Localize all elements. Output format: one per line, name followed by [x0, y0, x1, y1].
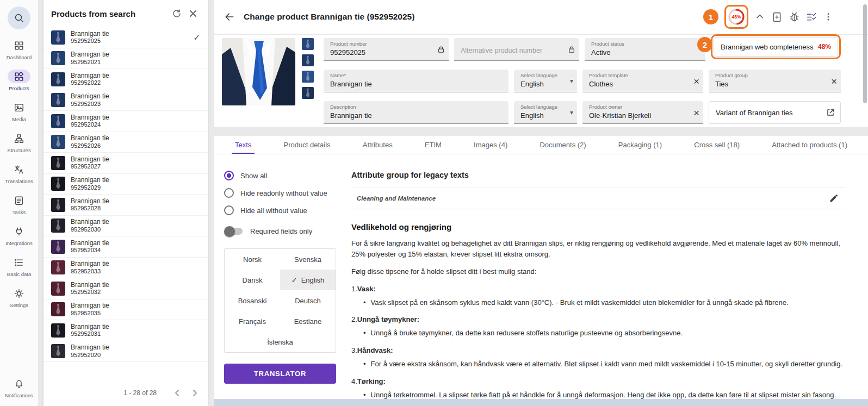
add-note-icon[interactable] [771, 11, 783, 23]
list-item[interactable]: Brannigan tie 952952029 [44, 174, 208, 195]
tab-documents[interactable]: Documents (2) [535, 136, 590, 154]
completeness-progress-icon[interactable]: 48% [727, 8, 746, 26]
sidebar-item-structures[interactable]: Structures [0, 132, 38, 153]
language-option[interactable]: Bosanski [225, 290, 280, 311]
name-language-select[interactable]: Select language English [514, 70, 577, 92]
item-number: 4. [351, 377, 357, 385]
radio-hide-readonly[interactable]: Hide readonly without value [224, 188, 336, 198]
clear-icon[interactable] [831, 76, 837, 86]
list-item[interactable]: Brannigan tie 952952021 [44, 48, 208, 70]
tab-attached-to-products[interactable]: Attached to products (1) [767, 136, 852, 154]
list-item[interactable]: Brannigan tie 952952026 [44, 132, 208, 153]
language-option[interactable]: Eestlane [280, 311, 336, 332]
tab-packaging[interactable]: Packaging (1) [614, 136, 666, 154]
language-option[interactable]: Svenska [280, 249, 336, 270]
sidebar-item-settings[interactable]: Settings [0, 286, 38, 308]
next-page-icon[interactable] [186, 384, 203, 402]
tab-attributes[interactable]: Attributes [358, 136, 397, 154]
bullet-icon [363, 298, 366, 308]
list-item[interactable]: Brannigan tie 952952027 [44, 153, 208, 174]
product-name: Brannigan tie [71, 155, 109, 163]
sidebar-item-products[interactable]: Products [0, 70, 38, 91]
product-number-field[interactable]: Product number 952952025 [324, 38, 449, 61]
search-button[interactable] [8, 7, 30, 29]
panel-header: Products from search [44, 0, 208, 27]
sidebar-item-translations[interactable]: Translations [0, 163, 38, 184]
product-number: 952952028 [71, 205, 109, 212]
completeness-button[interactable]: Brannigan web completeness 48% [714, 37, 838, 57]
language-option[interactable]: Norsk [225, 249, 280, 270]
list-item[interactable]: Brannigan tie 952952033 [44, 258, 208, 279]
list-item[interactable]: Brannigan tie 952952020 [44, 341, 208, 363]
previous-page-icon[interactable] [169, 384, 186, 402]
alternative-product-number-field[interactable]: Alternative product number [454, 38, 579, 61]
sidebar-item-dashboard[interactable]: Dashboard [0, 39, 38, 60]
language-option[interactable]: Français [225, 311, 280, 332]
product-template-field[interactable]: Product template Clothes [582, 70, 703, 92]
translator-button[interactable]: TRANSLATOR [224, 364, 336, 384]
attribute-group-row[interactable]: Cleaning and Maintenance [351, 188, 845, 209]
sidebar-item-integrations[interactable]: Integrations [0, 224, 38, 246]
sidebar-item-basic-data[interactable]: Basic data [0, 255, 38, 277]
language-option[interactable]: Deutsch [280, 290, 336, 311]
product-status-field[interactable]: Product status Active [585, 38, 705, 61]
language-option[interactable]: Dansk [225, 270, 280, 290]
collapse-chevron-icon[interactable] [754, 11, 765, 22]
description-field[interactable]: Description Brannigan tie [324, 101, 509, 124]
list-item[interactable]: Brannigan tie 952952035 [44, 299, 208, 321]
back-arrow-icon[interactable] [224, 11, 235, 22]
task-list-icon[interactable] [806, 11, 817, 23]
tab-product-details[interactable]: Product details [280, 136, 335, 154]
basic-data-icon [14, 258, 24, 267]
clear-icon[interactable] [693, 107, 699, 117]
image-thumbnail[interactable] [302, 54, 314, 66]
list-item[interactable]: Brannigan tie 952952032 [44, 278, 208, 299]
sidebar-item-media[interactable]: Media [0, 101, 38, 122]
list-item[interactable]: Brannigan tie 952952028 [44, 195, 208, 216]
tab-etim[interactable]: ETIM [420, 136, 446, 154]
field-value: Brannigan tie [330, 80, 493, 88]
list-item[interactable]: Brannigan tie 952952031 [44, 320, 208, 341]
clear-icon[interactable] [693, 76, 699, 86]
svg-text:48%: 48% [731, 14, 741, 20]
product-group-field[interactable]: Product group Ties [709, 70, 841, 92]
refresh-icon[interactable] [169, 5, 185, 22]
list-item[interactable]: Brannigan tie 952952022 [44, 69, 208, 90]
language-option-selected[interactable]: English [280, 270, 336, 290]
radio-icon [224, 205, 234, 215]
open-external-icon[interactable] [826, 108, 835, 117]
product-owner-field[interactable]: Product owner Ole-Kristian Bjerkeli [582, 101, 703, 124]
sidebar-item-notifications[interactable]: Notifications [0, 377, 38, 398]
radio-show-all[interactable]: Show all [224, 171, 336, 180]
list-item[interactable]: Brannigan tie 952952025 [44, 27, 208, 48]
sidebar-item-tasks[interactable]: Tasks [0, 193, 38, 215]
list-item[interactable]: Brannigan tie 952952034 [44, 236, 208, 258]
name-field[interactable]: Name* Brannigan tie [324, 70, 509, 92]
vertical-scrollbar[interactable] [863, 4, 867, 103]
edit-pencil-icon[interactable] [826, 191, 841, 206]
description-language-select[interactable]: Select language English [514, 101, 577, 124]
settings-gear-icon [14, 289, 24, 298]
image-thumbnail[interactable] [302, 38, 314, 50]
list-item[interactable]: Brannigan tie 952952023 [44, 90, 208, 111]
image-thumbnail[interactable] [302, 87, 314, 99]
list-item[interactable]: Brannigan tie 952952030 [44, 216, 208, 237]
tab-images[interactable]: Images (4) [469, 136, 512, 154]
numbered-item: 4.Tørking: [351, 377, 845, 385]
radio-hide-all-without-value[interactable]: Hide all without value [224, 205, 336, 215]
product-main-image[interactable] [222, 38, 295, 105]
app-window: Dashboard Products Media Structures Tran [0, 0, 868, 406]
close-icon[interactable] [185, 5, 201, 22]
language-option[interactable]: Íslenska [225, 332, 336, 352]
bug-report-icon[interactable] [789, 11, 800, 23]
variant-of-link[interactable]: Variant of Brannigan ties [709, 101, 841, 124]
image-thumbnail[interactable] [302, 71, 314, 83]
tab-texts[interactable]: Texts [231, 136, 256, 154]
list-item[interactable]: Brannigan tie 952952024 [44, 111, 208, 132]
tab-cross-sell[interactable]: Cross sell (18) [690, 136, 744, 154]
image-thumbnail-strip [302, 38, 314, 127]
required-fields-toggle[interactable]: Required fields only [225, 227, 336, 235]
horizontal-scrollbar[interactable] [214, 399, 868, 406]
group-title: Cleaning and Maintenance [357, 195, 826, 202]
more-menu-icon[interactable] [823, 12, 833, 22]
